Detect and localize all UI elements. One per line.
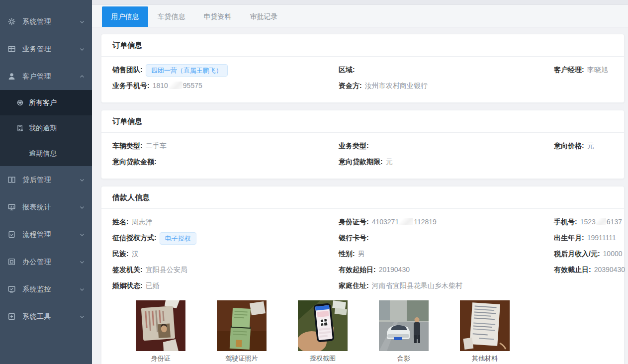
sidebar-item-my-overdue[interactable]: 我的逾期	[0, 115, 92, 141]
sidebar-item-label: 逾期信息	[29, 149, 57, 158]
photo-caption: 其他材料	[460, 354, 510, 363]
tab-car-loan-info[interactable]: 车贷信息	[148, 6, 194, 27]
field-marital: 婚姻状态:已婚	[112, 277, 339, 293]
id-card-photo-image	[136, 300, 185, 351]
sidebar-item-system-mgmt[interactable]: 系统管理	[0, 8, 92, 35]
card-title: 订单信息	[101, 110, 624, 133]
sidebar-item-all-customers[interactable]: 所有客户	[0, 90, 92, 115]
field-credit-auth: 征信授权方式:电子授权	[112, 230, 339, 246]
field-bank-card: 银行卡号:	[339, 230, 554, 246]
tab-loan-application-docs[interactable]: 申贷资料	[194, 6, 241, 27]
field-issuing-authority: 签发机关:宜阳县公安局	[112, 262, 339, 277]
handwritten-document-photo-image	[460, 300, 510, 351]
tab-panel-user-info: 订单信息 销售团队:四团一营（直属王鹏飞） 区域: 客户经理:李晓旭	[92, 27, 628, 364]
field-sales-team: 销售团队:四团一营（直属王鹏飞）	[112, 62, 339, 78]
sidebar-item-business-mgmt[interactable]: 业务管理	[0, 35, 92, 63]
credit-auth-tag: 电子授权	[160, 232, 196, 245]
table-grid-icon	[7, 45, 16, 53]
sidebar-submenu-customer: 所有客户 我的逾期 逾期信息	[0, 90, 92, 166]
field-region: 区域:	[339, 62, 554, 78]
auth-screenshot-photo-image	[298, 300, 348, 351]
photo-caption: 合影	[379, 354, 429, 363]
drivers-license-photo-image	[217, 300, 267, 351]
person-with-car-photo-image	[379, 300, 429, 351]
field-funder: 资金方:汝州市农村商业银行	[339, 78, 554, 93]
sidebar: 系统管理 业务管理 客户管理 所有客户	[0, 0, 92, 364]
sidebar-item-label: 所有客户	[29, 98, 57, 107]
field-valid-from: 有效起始日:20190430	[339, 262, 554, 277]
card-title: 借款人信息	[101, 186, 624, 209]
chevron-down-icon	[79, 286, 85, 292]
overdue-document-icon	[16, 124, 24, 132]
photo-caption: 身份证	[136, 354, 185, 363]
field-birth: 出生年月:19911111	[554, 230, 616, 246]
tab-approval-records[interactable]: 审批记录	[241, 6, 287, 27]
card-title: 订单信息	[101, 34, 624, 57]
photo-handwritten-document[interactable]: 其他材料	[460, 300, 510, 363]
nested-square-icon	[7, 258, 16, 266]
sidebar-item-overdue-info[interactable]: 逾期信息	[0, 141, 92, 166]
chevron-down-icon	[79, 204, 85, 210]
field-intent-loan-term: 意向贷款期限:元	[339, 154, 554, 170]
sidebar-item-label: 报表统计	[22, 203, 79, 212]
user-icon	[7, 72, 16, 81]
tab-bar: 用户信息 车贷信息 申贷资料 审批记录	[92, 5, 628, 27]
sidebar-item-label: 办公管理	[22, 258, 79, 267]
clipboard-check-icon	[7, 230, 16, 239]
sidebar-item-label: 我的逾期	[29, 124, 57, 133]
sidebar-item-workflow-mgmt[interactable]: 流程管理	[0, 221, 92, 248]
open-book-icon	[7, 176, 16, 184]
field-intent-price: 意向价格:元	[554, 138, 613, 154]
gear-icon	[7, 17, 16, 26]
tab-user-info[interactable]: 用户信息	[102, 6, 148, 27]
field-income: 税后月收入/元:10000	[554, 246, 623, 262]
field-vehicle-type: 车辆类型:二手车	[112, 138, 339, 154]
order-info-card-2: 订单信息 车辆类型:二手车 业务类型: 意向价格:元	[101, 110, 625, 179]
sidebar-item-label: 系统管理	[22, 17, 79, 26]
chevron-down-icon	[79, 259, 85, 265]
borrower-info-card: 借款人信息 姓名:周志洋 身份证号:4103271112819 手机号:1523…	[101, 186, 625, 364]
photo-person-with-car[interactable]: 合影	[379, 300, 429, 363]
sidebar-item-label: 客户管理	[22, 72, 79, 81]
sidebar-item-label: 流程管理	[22, 230, 79, 239]
photo-caption: 驾驶证照片	[217, 354, 267, 363]
field-account-manager: 客户经理:李晓旭	[554, 62, 613, 78]
field-business-phone: 业务手机号:181095575	[112, 78, 339, 93]
sidebar-item-system-monitor[interactable]: 系统监控	[0, 275, 92, 303]
field-name: 姓名:周志洋	[112, 214, 339, 230]
sidebar-item-label: 系统工具	[22, 312, 79, 321]
redaction-blur	[169, 82, 182, 89]
sidebar-item-office-mgmt[interactable]: 办公管理	[0, 248, 92, 275]
sidebar-item-postloan-mgmt[interactable]: 贷后管理	[0, 166, 92, 193]
photo-caption: 授权截图	[298, 354, 348, 363]
sidebar-item-system-tools[interactable]: 系统工具	[0, 303, 92, 330]
sidebar-item-customer-mgmt[interactable]: 客户管理	[0, 63, 92, 90]
field-id-number: 身份证号:4103271112819	[339, 214, 554, 230]
field-ethnicity: 民族:汉	[112, 246, 339, 262]
chevron-down-icon	[79, 314, 85, 320]
field-valid-to: 有效截止日:20390430	[554, 262, 625, 277]
field-gender: 性别:男	[339, 246, 554, 262]
top-strip	[92, 0, 628, 5]
chevron-down-icon	[79, 46, 85, 52]
photo-auth-screenshot[interactable]: 授权截图	[298, 300, 348, 363]
monitor-check-icon	[7, 285, 16, 293]
redaction-blur	[399, 218, 413, 225]
redaction-blur	[596, 218, 606, 225]
sidebar-item-report-stats[interactable]: 报表统计	[0, 193, 92, 221]
chevron-down-icon	[79, 19, 85, 25]
sidebar-item-label: 贷后管理	[22, 176, 79, 184]
chevron-up-icon	[79, 74, 85, 80]
main-content: 用户信息 车贷信息 申贷资料 审批记录 订单信息 销售团队:四团一营（直属王鹏飞…	[92, 0, 628, 364]
field-address: 家庭住址:河南省宜阳县花果山乡木柴村	[339, 277, 554, 293]
monitor-chart-icon	[7, 203, 16, 211]
box-plus-icon	[7, 312, 16, 321]
field-business-type: 业务类型:	[339, 138, 554, 154]
app-window: 系统管理 业务管理 客户管理 所有客户	[0, 0, 628, 364]
sidebar-item-label: 业务管理	[22, 45, 79, 54]
order-info-card-1: 订单信息 销售团队:四团一营（直属王鹏飞） 区域: 客户经理:李晓旭	[101, 34, 625, 103]
photo-id-card[interactable]: 身份证	[136, 300, 185, 363]
photo-drivers-license[interactable]: 驾驶证照片	[217, 300, 267, 363]
customers-wheel-icon	[16, 99, 24, 106]
sidebar-item-label: 系统监控	[22, 285, 79, 294]
